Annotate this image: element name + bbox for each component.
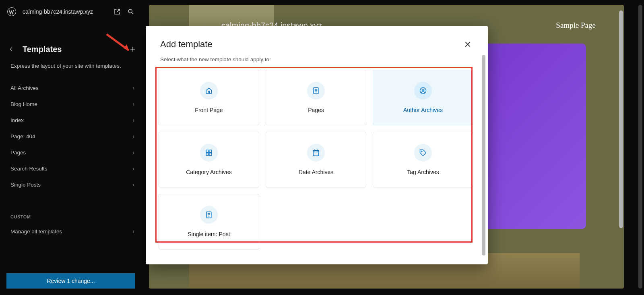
svg-point-0 [128,9,132,13]
sidebar-item-manage-all[interactable]: Manage all templates› [0,223,145,239]
post-icon [200,206,218,224]
template-option-label: Category Archives [186,169,232,175]
site-url[interactable]: calming-bb7c24.instawp.xyz [23,8,110,15]
sidebar-item-page-404[interactable]: Page: 404› [0,128,145,144]
modal-title: Add template [160,39,213,50]
sidebar-template-list: All Archives› Blog Home› Index› Page: 40… [0,80,145,193]
template-option-grid: Front PagePagesAuthor ArchivesCategory A… [159,70,479,249]
grid-icon [200,144,218,162]
template-option-label: Tag Archives [407,169,439,175]
svg-rect-7 [209,153,212,156]
back-chevron-icon[interactable] [7,45,15,53]
svg-rect-8 [313,150,318,156]
template-option-pages[interactable]: Pages [266,70,366,125]
sidebar-custom-heading: CUSTOM [0,193,145,223]
add-template-button[interactable] [128,44,138,54]
review-button-label: Review 1 change... [47,278,95,284]
sidebar-item-pages[interactable]: Pages› [0,144,145,160]
template-option-date-archives[interactable]: Date Archives [266,132,366,187]
sidebar-item-label: Single Posts [10,182,41,188]
chevron-right-icon: › [132,101,134,107]
template-option-label: Front Page [195,107,223,113]
svg-rect-6 [206,153,208,156]
template-option-front-page[interactable]: Front Page [159,70,259,125]
sidebar-item-index[interactable]: Index› [0,112,145,128]
sidebar-item-label: Pages [10,150,26,156]
chevron-right-icon: › [132,149,134,156]
sidebar-description: Express the layout of your site with tem… [0,60,145,80]
sidebar-item-search-results[interactable]: Search Results› [0,160,145,177]
close-icon[interactable] [462,39,473,50]
sidebar: Templates Express the layout of your sit… [0,23,145,295]
template-option-label: Author Archives [403,107,443,113]
sidebar-item-label: Blog Home [10,101,37,107]
svg-point-9 [421,151,422,152]
template-option-label: Pages [308,107,324,113]
wordpress-logo-icon[interactable] [7,7,16,16]
svg-rect-4 [206,150,208,152]
canvas-sample-page-link[interactable]: Sample Page [556,21,596,30]
author-icon [414,82,432,100]
tag-icon [414,144,432,162]
sidebar-item-label: Manage all templates [10,229,62,235]
svg-rect-5 [209,150,212,152]
search-icon[interactable] [124,5,138,19]
chevron-right-icon: › [132,133,134,139]
svg-point-3 [422,89,424,91]
modal-description: Select what the new template should appl… [146,54,488,70]
chevron-right-icon: › [132,228,134,235]
chevron-right-icon: › [132,117,134,123]
chevron-right-icon: › [132,85,134,91]
add-template-modal: Add template Select what the new templat… [146,26,488,264]
review-changes-button[interactable]: Review 1 change... [6,273,135,289]
sidebar-item-single-posts[interactable]: Single Posts› [0,177,145,193]
home-icon [200,82,218,100]
chevron-right-icon: › [132,181,134,188]
top-bar: calming-bb7c24.instawp.xyz [0,0,145,23]
open-external-icon[interactable] [110,5,124,19]
calendar-icon [307,144,325,162]
template-option-label: Date Archives [299,169,333,175]
canvas-scrollbar[interactable] [619,10,623,228]
sidebar-item-all-archives[interactable]: All Archives› [0,80,145,96]
page-icon [307,82,325,100]
template-option-tag-archives[interactable]: Tag Archives [373,132,473,187]
sidebar-title: Templates [23,45,128,54]
modal-scrollbar[interactable] [482,55,485,256]
sidebar-item-label: Search Results [10,166,47,172]
template-option-author-archives[interactable]: Author Archives [373,70,473,125]
template-option-label: Single item: Post [188,231,230,237]
sidebar-item-blog-home[interactable]: Blog Home› [0,96,145,112]
sidebar-item-label: Page: 404 [10,133,35,139]
template-option-category-archives[interactable]: Category Archives [159,132,259,187]
template-option-single-item-post[interactable]: Single item: Post [159,194,259,249]
outer-scrollbar-track[interactable] [638,5,642,289]
sidebar-item-label: Index [10,117,24,123]
sidebar-item-label: All Archives [10,85,39,91]
chevron-right-icon: › [132,165,134,172]
modal-body: Front PagePagesAuthor ArchivesCategory A… [146,70,488,255]
